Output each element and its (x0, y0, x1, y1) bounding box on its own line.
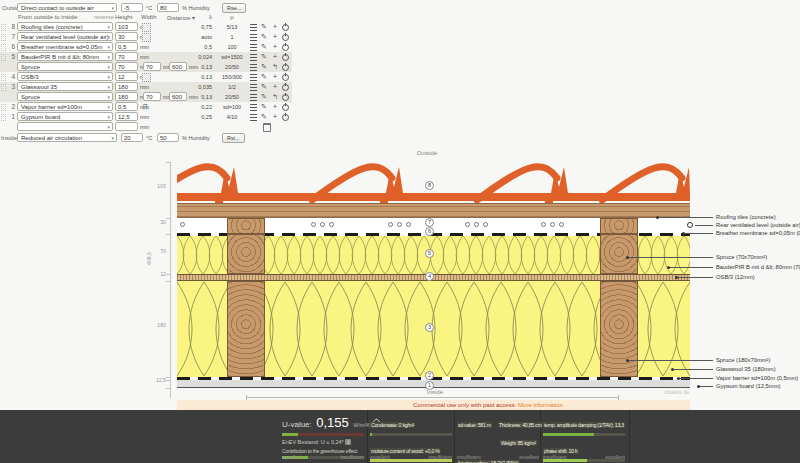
thickness-input[interactable] (115, 32, 138, 41)
rsi-button[interactable]: Rsi... (222, 133, 245, 143)
edit-icon[interactable]: ✎ (260, 53, 268, 61)
insert-layer-icon[interactable]: + (271, 73, 279, 81)
thickness-input[interactable] (115, 92, 138, 101)
edit-icon[interactable]: ✎ (260, 23, 268, 31)
toggle-layer-icon[interactable] (282, 34, 289, 41)
material-select[interactable]: BauderPIR B mit d &lt; 80mm▾ (17, 52, 113, 61)
inside-humidity-input[interactable] (157, 133, 179, 142)
diagram-outside-label: Outside (405, 150, 449, 156)
thickness-input[interactable] (115, 22, 138, 31)
reverse-link[interactable]: reverse (94, 14, 114, 20)
u-value-bar (282, 433, 364, 436)
edit-icon[interactable]: ✎ (260, 63, 268, 71)
material-select[interactable]: Spruce▾ (17, 62, 113, 71)
texture-icon[interactable] (142, 23, 151, 32)
sublayer-row: Spruce▾ mm mm mm 0,13 20/50 ✎↰ (0, 92, 292, 102)
menu-icon[interactable] (250, 74, 257, 81)
u-value: 0,155 (316, 415, 349, 430)
toggle-layer-icon[interactable] (282, 114, 289, 121)
edit-icon[interactable]: ✎ (260, 43, 268, 51)
edit-icon[interactable]: ✎ (260, 93, 268, 101)
ruler (170, 162, 171, 398)
insert-layer-icon[interactable]: + (271, 33, 279, 41)
spacing-input[interactable] (169, 92, 187, 101)
sublayer-row: Spruce▾ mm mm mm 0,13 20/50 ✎↰ (0, 62, 292, 72)
width-input[interactable] (143, 92, 161, 101)
toggle-layer-icon[interactable] (282, 84, 289, 91)
rse-button[interactable]: Rse... (222, 3, 246, 13)
diagram-label: Glasswool 35 (180mm) (716, 366, 776, 372)
thickness-input[interactable] (115, 82, 138, 91)
material-select[interactable]: Rear ventilated level (outside air)▾ (17, 32, 113, 41)
menu-icon[interactable] (250, 54, 257, 61)
edit-icon[interactable]: ✎ (260, 103, 268, 111)
toggle-layer-icon[interactable] (282, 94, 289, 101)
menu-icon[interactable] (250, 114, 257, 121)
chevron-down-icon: ▾ (107, 124, 110, 131)
menu-icon[interactable] (250, 104, 257, 111)
menu-icon[interactable] (250, 34, 257, 41)
menu-icon[interactable] (250, 64, 257, 71)
distance-sort[interactable]: Distance ▾ (167, 14, 195, 21)
spruce-rafter (227, 281, 265, 377)
edit-icon[interactable]: ✎ (260, 73, 268, 81)
insert-layer-icon[interactable]: + (271, 83, 279, 91)
texture-icon[interactable] (142, 33, 151, 42)
edit-icon[interactable]: ✎ (260, 83, 268, 91)
detach-icon[interactable]: ↰ (271, 63, 279, 71)
insert-layer-icon[interactable]: + (271, 103, 279, 111)
thickness-input[interactable] (115, 102, 138, 111)
material-select[interactable]: Spruce▾ (17, 92, 113, 101)
outside-condition-select[interactable]: Direct contact to outside air ▾ (17, 3, 117, 12)
edit-icon[interactable]: ✎ (260, 33, 268, 41)
material-select[interactable]: OSB/3▾ (17, 72, 113, 81)
insert-layer-icon[interactable]: + (271, 113, 279, 121)
insert-layer-icon[interactable]: + (271, 53, 279, 61)
menu-icon[interactable] (250, 94, 257, 101)
material-select[interactable]: Gypsum board▾ (17, 112, 113, 121)
thickness-input[interactable] (115, 42, 138, 51)
outside-humidity-input[interactable] (157, 3, 179, 12)
toggle-layer-icon[interactable] (282, 44, 289, 51)
texture-icon[interactable] (142, 73, 151, 82)
material-select[interactable]: Breather membrane sd=0,05m▾ (17, 42, 113, 51)
thickness-input[interactable] (115, 72, 138, 81)
menu-icon[interactable] (250, 84, 257, 91)
outside-temp-input[interactable] (121, 3, 143, 12)
tile-batten-layer (177, 203, 690, 218)
layer-row: 5 BauderPIR B mit d &lt; 80mm▾ mm 0,024 … (0, 52, 292, 62)
layer-marker: 4 (425, 272, 434, 281)
width-input[interactable] (143, 62, 161, 71)
toggle-layer-icon[interactable] (282, 24, 289, 31)
toggle-layer-icon[interactable] (282, 74, 289, 81)
insert-layer-icon[interactable]: + (271, 43, 279, 51)
material-select[interactable]: Vapor barrier sd=100m▾ (17, 102, 113, 111)
detach-icon[interactable]: ↰ (271, 93, 279, 101)
thickness-input[interactable] (115, 52, 138, 61)
info-icon[interactable]: i (345, 439, 351, 445)
material-select[interactable]: ▾ (17, 122, 113, 131)
chevron-down-icon: ▾ (107, 94, 110, 101)
layer-row: 7 Rear ventilated level (outside air)▾ m… (0, 32, 292, 42)
toggle-layer-icon[interactable] (282, 54, 289, 61)
inside-row: Inside: Reduced air circulation ▾ °C % H… (0, 133, 292, 143)
edit-icon[interactable]: ✎ (260, 113, 268, 121)
toggle-layer-icon[interactable] (282, 64, 289, 71)
more-information-link[interactable]: More information (518, 402, 563, 408)
menu-icon[interactable] (250, 44, 257, 51)
thickness-input[interactable] (115, 122, 138, 131)
material-select[interactable]: Roofing tiles (concrete)▾ (17, 22, 113, 31)
inside-condition-select[interactable]: Reduced air circulation ▾ (17, 133, 117, 142)
trash-icon[interactable] (263, 123, 271, 132)
menu-icon[interactable] (250, 24, 257, 31)
material-select[interactable]: Glasswool 35▾ (17, 82, 113, 91)
spacing-input[interactable] (169, 62, 187, 71)
toggle-layer-icon[interactable] (282, 104, 289, 111)
chevron-down-icon: ▾ (111, 135, 114, 142)
thickness-input[interactable] (115, 62, 138, 71)
chevron-down-icon: ▾ (107, 104, 110, 111)
u-value-section: U-value: 0,155 W/m²K EnEV Bestand: U ≤ 0… (282, 413, 366, 462)
insert-layer-icon[interactable]: + (271, 23, 279, 31)
inside-temp-input[interactable] (121, 133, 143, 142)
thickness-input[interactable] (115, 112, 138, 121)
